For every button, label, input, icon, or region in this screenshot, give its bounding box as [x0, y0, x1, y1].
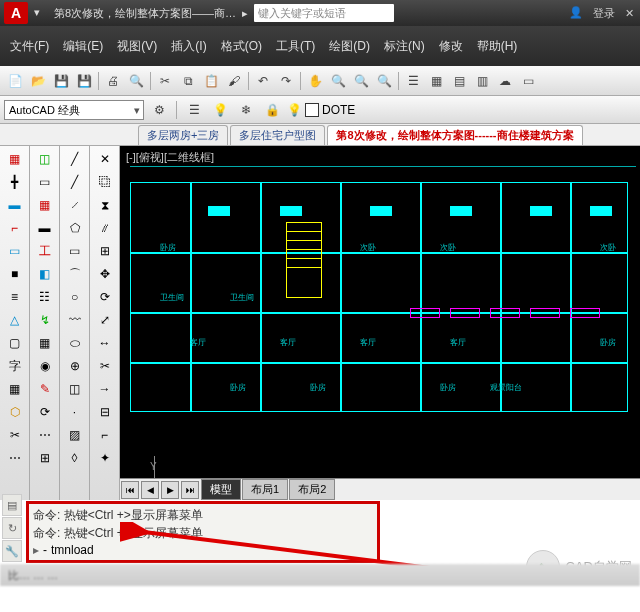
- fillet-icon[interactable]: ⌐: [94, 425, 116, 445]
- spline-icon[interactable]: 〰: [64, 310, 86, 330]
- qat-caret-icon[interactable]: ▾: [34, 6, 48, 20]
- p2-icon-6[interactable]: ◧: [34, 264, 56, 284]
- window-icon[interactable]: ▭: [4, 241, 26, 261]
- text-icon[interactable]: 字: [4, 356, 26, 376]
- region-icon[interactable]: ◊: [64, 448, 86, 468]
- workspace-dropdown[interactable]: AutoCAD 经典: [4, 100, 144, 120]
- more-icon[interactable]: ⋯: [4, 448, 26, 468]
- p2-icon-13[interactable]: ⋯: [34, 425, 56, 445]
- menu-help[interactable]: 帮助(H): [477, 38, 518, 55]
- zoom-window-icon[interactable]: 🔍: [350, 70, 372, 92]
- model-tab[interactable]: 模型: [201, 479, 241, 500]
- exchange-icon[interactable]: ✕: [625, 7, 634, 20]
- column-icon[interactable]: ■: [4, 264, 26, 284]
- p2-icon-3[interactable]: ▦: [34, 195, 56, 215]
- rotate-icon[interactable]: ⟳: [94, 287, 116, 307]
- layer-freeze-icon[interactable]: ❄: [235, 99, 257, 121]
- grid-icon[interactable]: ▦: [4, 149, 26, 169]
- toolpalette-icon[interactable]: ▤: [448, 70, 470, 92]
- section-icon[interactable]: ✂: [4, 425, 26, 445]
- explode-icon[interactable]: ✦: [94, 448, 116, 468]
- extend-icon[interactable]: →: [94, 379, 116, 399]
- array-icon[interactable]: ⊞: [94, 241, 116, 261]
- stretch-icon[interactable]: ↔: [94, 333, 116, 353]
- layer-lock-icon[interactable]: 🔒: [261, 99, 283, 121]
- menu-modify[interactable]: 修改: [439, 38, 463, 55]
- p2-icon-5[interactable]: 工: [34, 241, 56, 261]
- rect-icon[interactable]: ▭: [64, 241, 86, 261]
- p2-icon-4[interactable]: ▬: [34, 218, 56, 238]
- saveas-icon[interactable]: 💾: [73, 70, 95, 92]
- menu-insert[interactable]: 插入(I): [171, 38, 206, 55]
- tab-prev-icon[interactable]: ◀: [141, 481, 159, 499]
- door-icon[interactable]: ⌐: [4, 218, 26, 238]
- doc-tab-1[interactable]: 多层两房+三房: [138, 125, 228, 145]
- layout2-tab[interactable]: 布局2: [289, 479, 335, 500]
- paste-icon[interactable]: 📋: [200, 70, 222, 92]
- tab-last-icon[interactable]: ⏭: [181, 481, 199, 499]
- sheetset-icon[interactable]: ▥: [471, 70, 493, 92]
- copy-icon[interactable]: ⧉: [177, 70, 199, 92]
- menu-dimension[interactable]: 标注(N): [384, 38, 425, 55]
- zoom-realtime-icon[interactable]: 🔍: [327, 70, 349, 92]
- layout1-tab[interactable]: 布局1: [242, 479, 288, 500]
- menu-edit[interactable]: 编辑(E): [63, 38, 103, 55]
- polygon-icon[interactable]: ⬠: [64, 218, 86, 238]
- p2-icon-7[interactable]: ☷: [34, 287, 56, 307]
- p2-icon-10[interactable]: ◉: [34, 356, 56, 376]
- p2-icon-9[interactable]: ▦: [34, 333, 56, 353]
- markup-icon[interactable]: ☁: [494, 70, 516, 92]
- open-icon[interactable]: 📂: [27, 70, 49, 92]
- tab-next-icon[interactable]: ▶: [161, 481, 179, 499]
- move-icon[interactable]: ✥: [94, 264, 116, 284]
- search-box[interactable]: 键入关键字或短语: [254, 4, 394, 22]
- layer-icon[interactable]: ☰: [183, 99, 205, 121]
- break-icon[interactable]: ⊟: [94, 402, 116, 422]
- doc-tab-3[interactable]: 第8次修改，绘制整体方案图------商住楼建筑方案: [327, 125, 582, 145]
- cmd-recent-icon[interactable]: ↻: [2, 517, 22, 539]
- menu-view[interactable]: 视图(V): [117, 38, 157, 55]
- preview-icon[interactable]: 🔍: [125, 70, 147, 92]
- pline-icon[interactable]: ⟋: [64, 195, 86, 215]
- pan-icon[interactable]: ✋: [304, 70, 326, 92]
- signin-label[interactable]: 登录: [593, 6, 615, 21]
- point-icon[interactable]: ·: [64, 402, 86, 422]
- insert-icon[interactable]: ⊕: [64, 356, 86, 376]
- ellipse-icon[interactable]: ⬭: [64, 333, 86, 353]
- command-input[interactable]: [51, 543, 171, 557]
- plot-icon[interactable]: 🖨: [102, 70, 124, 92]
- scale-icon[interactable]: ⤢: [94, 310, 116, 330]
- undo-icon[interactable]: ↶: [252, 70, 274, 92]
- menu-format[interactable]: 格式(O): [221, 38, 262, 55]
- copy-obj-icon[interactable]: ⿻: [94, 172, 116, 192]
- save-icon[interactable]: 💾: [50, 70, 72, 92]
- properties-icon[interactable]: ☰: [402, 70, 424, 92]
- line-icon[interactable]: ╱: [64, 149, 86, 169]
- title-caret-icon[interactable]: ▸: [242, 7, 248, 20]
- calc-icon[interactable]: ▭: [517, 70, 539, 92]
- cut-icon[interactable]: ✂: [154, 70, 176, 92]
- layer-dropdown[interactable]: 💡 DOTE: [287, 103, 355, 117]
- cmd-history-icon[interactable]: ▤: [2, 494, 22, 516]
- p2-icon-1[interactable]: ◫: [34, 149, 56, 169]
- table-icon[interactable]: ▦: [4, 379, 26, 399]
- zoom-prev-icon[interactable]: 🔍: [373, 70, 395, 92]
- p2-icon-8[interactable]: ↯: [34, 310, 56, 330]
- axis-icon[interactable]: ╋: [4, 172, 26, 192]
- redo-icon[interactable]: ↷: [275, 70, 297, 92]
- layer-state-icon[interactable]: 💡: [209, 99, 231, 121]
- menu-draw[interactable]: 绘图(D): [329, 38, 370, 55]
- erase-icon[interactable]: ✕: [94, 149, 116, 169]
- signin-icon[interactable]: 👤: [569, 6, 583, 20]
- new-icon[interactable]: 📄: [4, 70, 26, 92]
- elev-icon[interactable]: ⬡: [4, 402, 26, 422]
- wall-icon[interactable]: ▬: [4, 195, 26, 215]
- doc-tab-2[interactable]: 多层住宅户型图: [230, 125, 325, 145]
- p2-icon-11[interactable]: ✎: [34, 379, 56, 399]
- menu-tools[interactable]: 工具(T): [276, 38, 315, 55]
- p2-icon-14[interactable]: ⊞: [34, 448, 56, 468]
- p2-icon-2[interactable]: ▭: [34, 172, 56, 192]
- xline-icon[interactable]: ╱: [64, 172, 86, 192]
- hatch-icon[interactable]: ▨: [64, 425, 86, 445]
- cmd-config-icon[interactable]: 🔧: [2, 540, 22, 562]
